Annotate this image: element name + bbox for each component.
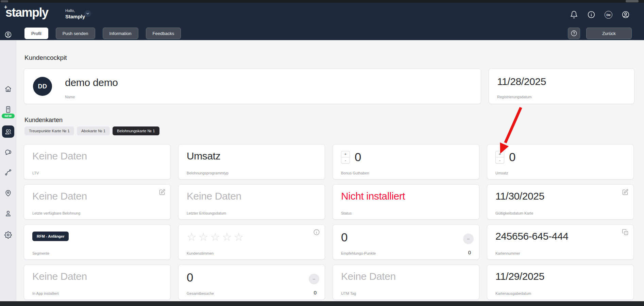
card-value: 11/29/2025 — [495, 270, 544, 283]
card-value-row: Umsatz — [187, 150, 317, 162]
page-title: Kundencockpit — [24, 54, 67, 62]
customers-icon — [4, 128, 12, 135]
card-label: Gesamtbesuche — [187, 291, 317, 295]
card-status: Nicht installiertStatus — [333, 184, 479, 220]
card-label: Umsatz — [495, 171, 625, 175]
card-label: LTV — [32, 171, 162, 175]
registration-date-card: 11/28/2025 Registrierungsdatum — [489, 68, 634, 104]
language-badge[interactable]: De — [605, 11, 612, 19]
stepper-decrease-button[interactable]: - — [341, 157, 350, 164]
card-letzte-verfugbare-belohnung: Keine DatenLetzte verfügbare Belohnung — [24, 184, 171, 220]
copy-icon[interactable] — [622, 229, 629, 236]
info-icon[interactable] — [313, 229, 320, 236]
info-circle-icon[interactable] — [587, 11, 595, 19]
help-icon — [571, 30, 577, 37]
card-value-row: Keine Daten — [32, 270, 162, 283]
sidebar-item-cards[interactable] — [4, 106, 12, 113]
home-icon — [4, 85, 12, 93]
decrease-counter-value: 0 — [314, 290, 317, 295]
app-header: +stamply Hallo, Stamply De ProfilPush se… — [0, 3, 644, 40]
app-root: +stamply Hallo, Stamply De ProfilPush se… — [0, 0, 644, 306]
card-utm-tag: Keine DatenUTM Tag — [333, 265, 479, 300]
profile-section-icon — [4, 31, 12, 38]
umsatz-stepper: +- — [495, 151, 504, 164]
card-label: Bonus Guthaben — [341, 171, 471, 175]
decrease-button[interactable]: − — [463, 234, 474, 244]
card-value: 0 — [355, 150, 361, 164]
chat-icon — [4, 148, 12, 156]
card-label: Gültigkeitsdatum Karte — [495, 211, 625, 215]
kpi-cards-grid: Keine DatenLTVUmsatzBelohnungsprogrammty… — [24, 144, 634, 300]
registration-date-value: 11/28/2025 — [497, 75, 626, 88]
card-label: Status — [341, 211, 471, 215]
stepper-decrease-button[interactable]: - — [495, 157, 504, 164]
card-value-row: Keine Daten — [32, 190, 162, 202]
card-label: Segmente — [32, 251, 162, 255]
greeting-small: Hallo, — [65, 8, 75, 13]
card-value: 245656-645-444 — [495, 230, 569, 242]
staff-icon — [4, 210, 12, 217]
card-label: Empfehlungs-Punkte — [341, 251, 471, 255]
card-bonus-guthaben: +-0Bonus Guthaben — [333, 144, 479, 180]
edit-icon[interactable] — [622, 189, 629, 196]
logo-plus-mark: + — [4, 4, 7, 10]
toolbar-button-profil[interactable]: Profil — [24, 28, 48, 39]
sidebar-item-staff[interactable] — [4, 210, 12, 217]
card-label: Kartenausgabedatum — [495, 291, 625, 295]
account-menu-toggle[interactable] — [84, 10, 91, 17]
edit-icon[interactable] — [159, 189, 166, 196]
card-empfehlungs-punkte: 0Empfehlungs-Punkte−0 — [333, 224, 479, 260]
star-rating: ☆☆☆☆☆ — [187, 232, 317, 242]
decrease-button[interactable]: − — [309, 274, 319, 284]
card-belohnungsprogrammtyp: UmsatzBelohnungsprogrammtyp — [178, 144, 325, 180]
toolbar-buttons: ProfilPush sendenInformationFeedbacks — [24, 28, 181, 39]
card-tabs: Treuepunkte Karte № 1Abokarte № 1Belohnu… — [24, 126, 159, 135]
segment-pill: RFM - Anfänger — [32, 232, 69, 241]
customer-name-label: Name — [65, 95, 473, 99]
toolbar-button-push-senden[interactable]: Push senden — [56, 28, 95, 39]
card-value: Nicht installiert — [341, 190, 405, 202]
avatar: DD — [33, 77, 52, 96]
back-button[interactable]: Zurück — [586, 28, 632, 39]
stepper-increase-button[interactable]: + — [495, 151, 504, 157]
location-icon — [4, 189, 12, 197]
card-letzter-erlosungsdatum: Keine DatenLetzter Erlösungsdatum — [178, 184, 325, 220]
sidebar-item-location[interactable] — [4, 189, 12, 197]
help-button[interactable] — [568, 28, 580, 39]
sidebar-item-chat[interactable] — [4, 148, 12, 156]
card-kundenstimmen: ☆☆☆☆☆Kundenstimmen — [178, 224, 325, 260]
card-gesamtbesuche: 0Gesamtbesuche−0 — [178, 265, 325, 300]
card-value-row: 0 — [187, 270, 317, 285]
card-value-row: Keine Daten — [341, 270, 471, 283]
card-value: 0 — [341, 230, 348, 244]
card-segmente: RFM - AnfängerSegmente — [24, 224, 171, 260]
toolbar-button-information[interactable]: Information — [103, 28, 138, 39]
account-icon[interactable] — [622, 11, 630, 19]
card-value: Umsatz — [187, 150, 220, 162]
tab-treuepunkte-karte-1[interactable]: Treuepunkte Karte № 1 — [24, 126, 74, 135]
stepper-increase-button[interactable]: + — [341, 151, 350, 157]
card-ltv: Keine DatenLTV — [24, 144, 171, 180]
tab-belohnungskarte-1[interactable]: Belohnungskarte № 1 — [113, 126, 159, 135]
sidebar-item-customers[interactable] — [2, 125, 14, 138]
bell-icon[interactable] — [570, 11, 578, 19]
sidebar-item-home[interactable] — [4, 85, 12, 93]
stamply-logo[interactable]: +stamply — [5, 5, 48, 20]
sidebar: NEW — [0, 40, 16, 301]
sidebar-item-settings[interactable] — [4, 231, 12, 239]
journey-icon — [4, 169, 12, 176]
bottom-bar — [0, 301, 644, 306]
greeting-name: Stamply — [65, 14, 85, 19]
card-label: Kartennummer — [495, 251, 625, 255]
toolbar-button-feedbacks[interactable]: Feedbacks — [146, 28, 181, 39]
browser-tab-fragment — [1, 0, 8, 2]
card-value-row: Nicht installiert — [341, 190, 471, 202]
card-label: Letzte verfügbare Belohnung — [32, 211, 162, 215]
card-value: 0 — [509, 150, 515, 164]
sidebar-item-journey[interactable] — [4, 169, 12, 176]
tab-abokarte-1[interactable]: Abokarte № 1 — [77, 126, 110, 135]
card-value-row: 11/29/2025 — [495, 270, 625, 283]
bonus-guthaben-stepper: +- — [341, 151, 350, 164]
decrease-counter-value: 0 — [468, 250, 471, 255]
customer-name: demo demo — [65, 77, 473, 88]
